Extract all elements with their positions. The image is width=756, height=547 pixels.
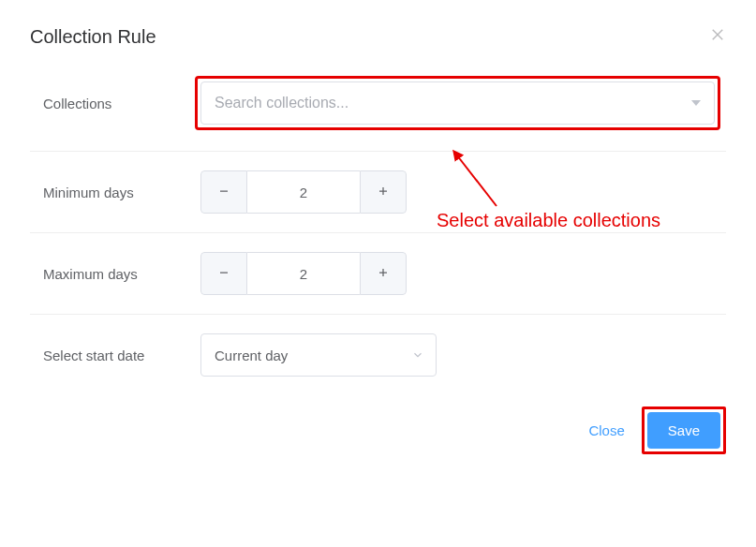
save-button-wrap: Save	[647, 412, 720, 449]
modal-footer: Close Save	[30, 395, 726, 449]
min-days-decrease-button[interactable]	[200, 170, 247, 214]
min-days-input[interactable]	[247, 170, 360, 214]
modal-header: Collection Rule	[30, 26, 726, 48]
plus-icon	[378, 184, 389, 200]
collections-select-wrap: Search collections...	[200, 81, 715, 125]
close-button[interactable]: Close	[575, 413, 637, 448]
row-min-days: Minimum days	[30, 152, 726, 233]
save-button[interactable]: Save	[647, 412, 720, 449]
label-start-date: Select start date	[43, 347, 200, 363]
min-days-increase-button[interactable]	[360, 170, 407, 214]
max-days-increase-button[interactable]	[360, 252, 407, 295]
close-icon[interactable]	[709, 26, 726, 43]
start-date-value: Current day	[215, 347, 288, 363]
label-max-days: Maximum days	[43, 266, 200, 282]
collection-rule-modal: Collection Rule Collections Search colle…	[0, 0, 756, 471]
collections-placeholder: Search collections...	[215, 95, 348, 111]
chevron-down-icon	[411, 348, 424, 362]
max-days-decrease-button[interactable]	[200, 252, 247, 295]
label-min-days: Minimum days	[43, 185, 200, 200]
plus-icon	[378, 265, 389, 282]
row-start-date: Select start date Current day	[30, 315, 726, 395]
max-days-input[interactable]	[247, 252, 360, 295]
modal-title: Collection Rule	[30, 26, 156, 48]
row-collections: Collections Search collections...	[30, 81, 726, 152]
start-date-select[interactable]: Current day	[200, 333, 437, 377]
min-days-stepper	[200, 170, 407, 214]
label-collections: Collections	[43, 96, 200, 111]
max-days-stepper	[200, 252, 407, 295]
collections-select[interactable]: Search collections...	[200, 81, 715, 125]
caret-down-icon	[691, 100, 701, 106]
minus-icon	[218, 265, 230, 282]
row-max-days: Maximum days	[30, 233, 726, 315]
minus-icon	[218, 184, 230, 200]
